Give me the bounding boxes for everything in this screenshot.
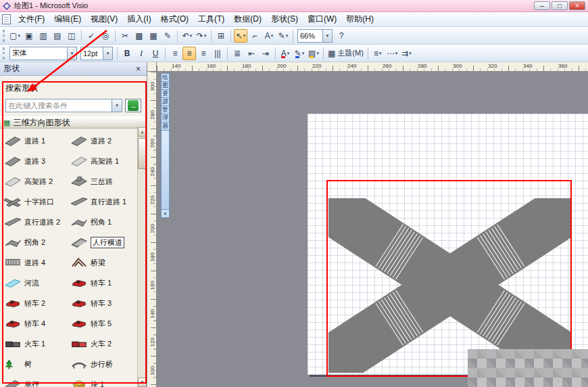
bold-button[interactable]: B <box>120 47 134 60</box>
shape-list-scrollbar[interactable]: ▲ ▼ <box>137 127 147 387</box>
menu-item[interactable]: 形状(S) <box>266 12 303 26</box>
menu-item[interactable]: 工具(T) <box>193 12 229 26</box>
bullets-button[interactable]: ≣ <box>230 47 244 60</box>
shape-search-dropdown-arrow-icon[interactable]: ▾ <box>112 99 122 112</box>
scroll-up-icon[interactable]: ▲ <box>138 127 147 137</box>
shape-item[interactable]: 直行道路 1 <box>70 191 136 212</box>
drawing-tools-button-dropdown-arrow-icon[interactable]: ▾ <box>286 33 289 39</box>
toolbar-grip[interactable] <box>3 47 5 60</box>
menu-item[interactable]: 编辑(E) <box>49 12 86 26</box>
cut-button[interactable]: ✂ <box>118 29 132 43</box>
text-tool-button-dropdown-arrow-icon[interactable]: ▾ <box>271 33 274 39</box>
font-name-combo-dropdown-arrow-icon[interactable]: ▾ <box>67 47 76 60</box>
align-right-button[interactable]: ≡ <box>197 47 210 60</box>
shape-item[interactable]: 轿车 1 <box>70 273 136 293</box>
zoom-combo[interactable]: 66%▾ <box>297 29 333 43</box>
docked-window-close-icon[interactable]: × <box>161 209 170 218</box>
drawing-page[interactable] <box>308 114 588 375</box>
text-tool-button[interactable]: A▾ <box>262 29 276 43</box>
pointer-tool-button[interactable]: ↖▾ <box>234 29 247 43</box>
shape-item[interactable]: 道路 2 <box>70 131 136 151</box>
print-button[interactable]: ▤ <box>51 29 64 43</box>
shape-item[interactable]: 人行横道 <box>70 232 136 252</box>
shape-search-go-button[interactable]: → <box>125 99 141 112</box>
new-drawing-button-dropdown-arrow-icon[interactable]: ▾ <box>18 33 20 39</box>
shape-item[interactable]: 轿车 4 <box>3 313 70 334</box>
increase-indent-button[interactable]: ⇥ <box>259 47 272 60</box>
menu-item[interactable]: 视图(V) <box>86 12 122 26</box>
line-color-button[interactable]: ✎▾ <box>293 47 306 60</box>
font-size-combo-dropdown-arrow-icon[interactable]: ▾ <box>103 47 112 60</box>
line-pattern-button-dropdown-arrow-icon[interactable]: ▾ <box>395 51 398 56</box>
shape-item[interactable]: 轿车 3 <box>70 293 136 313</box>
line-ends-button-dropdown-arrow-icon[interactable]: ▾ <box>409 51 412 56</box>
menu-item[interactable]: 格式(O) <box>156 12 193 26</box>
drawing-explorer-button[interactable]: ⊞ <box>214 29 228 43</box>
shape-item[interactable]: 直行道路 2 <box>3 212 70 232</box>
help-button[interactable]: ? <box>335 29 348 43</box>
italic-button[interactable]: I <box>134 47 148 60</box>
distribute-shapes-button[interactable]: ||| <box>211 47 224 60</box>
decrease-indent-button[interactable]: ⇤ <box>245 47 258 60</box>
maximize-button[interactable]: □ <box>552 1 568 10</box>
shape-item[interactable]: 桥梁 <box>70 252 136 273</box>
drawing-tools-button[interactable]: ✎▾ <box>276 29 290 43</box>
close-button[interactable]: × <box>569 1 585 10</box>
save-button[interactable]: ▥ <box>36 29 50 43</box>
shapes-panel-header[interactable]: 形状 × <box>0 62 147 76</box>
redo-button[interactable]: ↷▾ <box>195 29 208 43</box>
shape-item[interactable]: 拐角 2 <box>3 232 70 252</box>
shape-item[interactable]: 高架路 1 <box>70 151 136 171</box>
format-painter-button[interactable]: ✎ <box>161 29 174 43</box>
shape-item[interactable]: 道路 3 <box>3 151 70 171</box>
align-center-button[interactable]: ≡ <box>182 47 196 60</box>
shape-item[interactable]: 火车 2 <box>70 334 136 354</box>
shape-item[interactable]: 轿车 5 <box>70 313 136 334</box>
line-weight-button[interactable]: ≡▾ <box>371 47 385 60</box>
open-button[interactable]: ▣ <box>22 29 36 43</box>
toolbar-grip[interactable] <box>3 30 5 42</box>
shape-item[interactable]: 步行桥 <box>70 354 136 374</box>
research-button[interactable]: ◎ <box>99 29 112 43</box>
shape-item[interactable]: 道路 1 <box>3 131 70 151</box>
theme-button[interactable]: ▦主题(M) <box>326 47 365 60</box>
align-left-button[interactable]: ≡ <box>168 47 182 60</box>
menu-item[interactable]: 数据(D) <box>229 12 266 26</box>
copy-button[interactable]: ▩ <box>132 29 146 43</box>
menu-item[interactable]: 插入(I) <box>122 12 155 26</box>
line-weight-button-dropdown-arrow-icon[interactable]: ▾ <box>379 51 382 56</box>
fill-color-button-dropdown-arrow-icon[interactable]: ▾ <box>316 51 319 56</box>
shape-item[interactable]: 高架路 2 <box>3 171 70 191</box>
shape-item[interactable]: 单行 <box>3 374 70 387</box>
shape-item[interactable]: 拐角 1 <box>70 212 136 232</box>
stencil-header[interactable]: ▦ 三维方向图形状 <box>0 116 147 129</box>
print-preview-button[interactable]: ◫ <box>65 29 78 43</box>
shape-item[interactable]: 火车 1 <box>3 334 70 354</box>
zoom-combo-dropdown-arrow-icon[interactable]: ▾ <box>322 30 332 42</box>
crossroad-shape-drawing[interactable] <box>328 198 572 373</box>
shape-search-input[interactable]: 在此键入搜索条件 <box>5 99 112 112</box>
shape-item[interactable]: 道路 4 <box>3 252 70 273</box>
undo-button[interactable]: ↶▾ <box>180 29 194 43</box>
shape-item[interactable]: 树 <box>3 354 70 374</box>
paste-button[interactable]: ▦ <box>147 29 160 43</box>
shape-item[interactable]: 块 1 <box>70 374 136 387</box>
pointer-tool-button-dropdown-arrow-icon[interactable]: ▾ <box>243 33 246 39</box>
menu-item[interactable]: 窗口(W) <box>303 12 341 26</box>
line-pattern-button[interactable]: ⋯▾ <box>385 47 399 60</box>
new-drawing-button[interactable]: ▢▾ <box>8 29 22 43</box>
scroll-down-icon[interactable]: ▼ <box>138 378 147 387</box>
menu-item[interactable]: 帮助(H) <box>341 12 378 26</box>
line-color-button-dropdown-arrow-icon[interactable]: ▾ <box>302 51 305 56</box>
minimize-button[interactable]: – <box>534 1 550 10</box>
underline-button[interactable]: U <box>149 47 162 60</box>
menu-item[interactable]: 文件(F) <box>14 12 49 26</box>
line-ends-button[interactable]: ⇉▾ <box>399 47 413 60</box>
font-name-combo[interactable]: 宋体▾ <box>9 47 77 60</box>
spelling-button[interactable]: ✓ <box>84 29 98 43</box>
shapes-panel-close-icon[interactable]: × <box>133 64 143 74</box>
fill-color-button[interactable]: ▧▾ <box>307 47 320 60</box>
undo-button-dropdown-arrow-icon[interactable]: ▾ <box>190 33 193 39</box>
docked-window-tab[interactable]: 绘图资源管理器 × <box>160 74 170 218</box>
shape-item[interactable]: 轿车 2 <box>3 293 70 313</box>
